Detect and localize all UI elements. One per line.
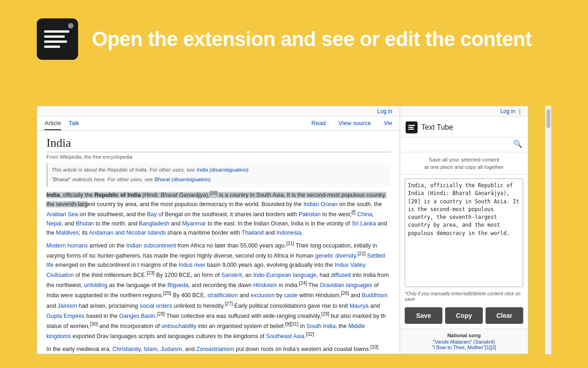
ext-action-buttons: Save Copy Clear (400, 305, 528, 328)
svg-rect-1 (408, 127, 414, 128)
ext-header: Text Tube (400, 117, 528, 138)
wiki-link-genetic-diversity[interactable]: genetic diversity (315, 253, 356, 259)
wiki-link-south-india[interactable]: South India (306, 323, 335, 329)
wiki-link-indonesia[interactable]: Indonesia (277, 230, 301, 236)
wiki-link-social-orders[interactable]: social orders (140, 303, 172, 309)
wiki-link-maurya[interactable]: Maurya (350, 303, 369, 309)
logo-line-3 (44, 40, 67, 43)
wiki-link-maldives[interactable]: Maldives (56, 230, 79, 236)
ext-topbar: Log in | (400, 106, 528, 117)
wiki-link-buddhism[interactable]: Buddhism (362, 293, 388, 299)
logo-line-1 (44, 30, 69, 33)
ext-note-text: *Only if you manually enter/edit/delete … (400, 291, 528, 305)
wiki-link-bangladesh[interactable]: Bangladesh (139, 220, 170, 227)
ext-description: Save all your selected contentat one pla… (400, 152, 528, 175)
page-headline: Open the extension and see or edit the c… (92, 28, 531, 51)
wiki-link-christianity[interactable]: Christianity (113, 346, 141, 352)
ext-logo (406, 121, 418, 133)
logo-line-2 (44, 35, 65, 38)
national-song-line2[interactable]: "I Bow to Thee, Mother"[1][2] (432, 345, 496, 350)
wiki-link-untouchability[interactable]: untouchability (161, 323, 196, 329)
wiki-link-myanmar[interactable]: Myanmar (182, 220, 206, 227)
wiki-link-pakistan[interactable]: Pakistan (299, 211, 321, 218)
ext-title-text: Text Tube (421, 123, 453, 132)
wiki-paragraph-1: India, officially the Republic of India … (46, 190, 390, 237)
wiki-link-nepal[interactable]: Nepal (46, 220, 62, 227)
ext-national-song: National song "Vande Mataram" (Sanskrit)… (400, 328, 528, 354)
svg-rect-2 (408, 129, 414, 130)
wiki-link-ganges[interactable]: Ganges Basin (119, 313, 155, 319)
ext-logo-icon (407, 123, 416, 132)
browser-area: Log in Article Talk Read View source Vie… (37, 106, 551, 354)
wiki-link-thailand[interactable]: Thailand (242, 230, 264, 236)
wiki-viewsource-tab[interactable]: View source (339, 117, 371, 130)
wikipedia-pane: Log in Article Talk Read View source Vie… (37, 106, 400, 354)
national-song-line1[interactable]: "Vande Mataram" (Sanskrit) (433, 339, 495, 345)
wiki-link-dravidian[interactable]: Dravidian languages (320, 282, 372, 288)
wiki-link-indian-ocean[interactable]: Indian Ocean (303, 201, 337, 207)
ext-desc-text: Save all your selected contentat one pla… (424, 157, 504, 170)
wiki-link-indus-river[interactable]: Indus river (179, 262, 205, 268)
wiki-link-unfolding[interactable]: unfolding (84, 282, 107, 288)
wiki-tab-talk[interactable]: Talk (68, 117, 79, 130)
wiki-link-judaism[interactable]: Judaism (161, 346, 182, 352)
wiki-link-rigveda[interactable]: Rigveda (167, 282, 188, 288)
wiki-hatnote-2: "Bharat" redirects here. For other uses,… (51, 175, 387, 184)
wiki-link-caste[interactable]: caste (284, 293, 298, 299)
wiki-article-title: India (46, 136, 390, 152)
wiki-read-tab[interactable]: Read (311, 117, 326, 130)
ext-search-bar: 🔍 (400, 138, 528, 152)
wiki-link-hinduism[interactable]: Hinduism (253, 282, 277, 288)
wiki-link-gupta[interactable]: Gupta Empires (46, 313, 85, 319)
wiki-tab-article[interactable]: Article (45, 117, 61, 130)
search-icon[interactable]: 🔍 (513, 139, 522, 148)
wiki-link-zoroastrianism[interactable]: Zoroastrianism (196, 346, 234, 352)
wiki-tabs: Article Talk Read View source Vie (37, 117, 400, 131)
wiki-topbar: Log in (37, 106, 400, 117)
wiki-link-islam[interactable]: Islam (144, 346, 158, 352)
wiki-link-southeast-asia[interactable]: Southeast Asia (266, 333, 304, 339)
wiki-link-exclusion[interactable]: exclusion (251, 293, 275, 299)
wiki-link-arabian-sea[interactable]: Arabian Sea (46, 211, 78, 218)
save-button[interactable]: Save (405, 307, 442, 324)
wiki-link-china[interactable]: China (357, 211, 373, 218)
wiki-link-indo-european[interactable]: Indo-European language (253, 272, 317, 278)
copy-button[interactable]: Copy (445, 307, 483, 324)
ext-content-textarea[interactable] (405, 178, 523, 287)
wiki-link-diffused[interactable]: diffused (331, 272, 351, 278)
wiki-article-subtitle: From Wikipedia, the free encyclopedia (46, 154, 390, 160)
wiki-hatnote-1: This article is about the Republic of In… (51, 165, 387, 175)
wiki-link-modern-humans[interactable]: Modern humans (46, 242, 88, 249)
svg-rect-0 (408, 125, 415, 126)
ext-topbar-separator: | (519, 108, 520, 115)
clear-button[interactable]: Clear (486, 307, 523, 324)
wiki-link-srilanka[interactable]: Sri Lanka (351, 220, 376, 227)
wiki-content: India From Wikipedia, the free encyclope… (37, 131, 400, 354)
wiki-link-stratification[interactable]: stratification (207, 293, 238, 299)
logo-line-4 (44, 46, 60, 48)
wiki-link-jainism[interactable]: Jainism (57, 303, 77, 309)
wiki-login-link[interactable]: Log in (377, 108, 392, 115)
wiki-paragraph-2: Modern humans arrived on the Indian subc… (46, 240, 390, 341)
wiki-link-bhutan[interactable]: Bhutan (76, 220, 94, 227)
top-section: Open the extension and see or edit the c… (0, 0, 588, 78)
wiki-link-indus-valley[interactable]: Indus Valley Civilisation (46, 262, 366, 278)
wiki-hatnote-link-1[interactable]: India (disambiguation) (197, 167, 249, 172)
wiki-hatnote-link-2[interactable]: Bharat (disambiguation) (154, 177, 210, 182)
wiki-link-andaman[interactable]: Andaman and Nicobar Islands (89, 230, 165, 236)
ext-topbar-login[interactable]: Log in (500, 108, 515, 115)
wiki-link-bay[interactable]: Bay o (147, 211, 162, 218)
wiki-link-subcontinent[interactable]: Indian subcontinent (126, 242, 176, 249)
wiki-view-tab[interactable]: Vie (384, 117, 392, 130)
app-logo (37, 18, 78, 60)
wiki-hatnote-box: This article is about the Republic of In… (46, 163, 390, 187)
wiki-paragraph-3: In the early medieval era, Christianity,… (46, 344, 390, 354)
national-song-label: National song (406, 333, 522, 338)
wiki-link-sanskrit[interactable]: Sanskrit (221, 272, 242, 278)
extension-pane: Log in | Text Tube 🔍 Save (400, 106, 528, 354)
